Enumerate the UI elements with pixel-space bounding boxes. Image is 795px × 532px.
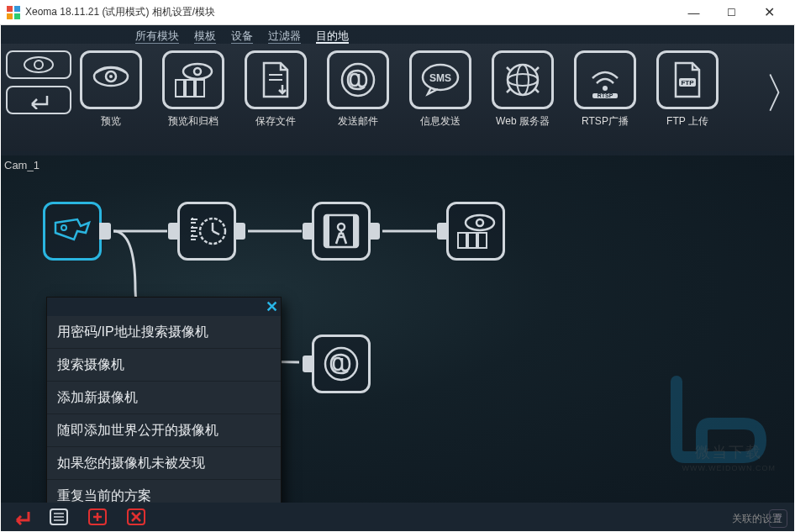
module-send-email[interactable]: 发送邮件: [327, 50, 389, 129]
port-in[interactable]: [303, 356, 314, 372]
eye-archive-icon: [172, 60, 214, 100]
menu-close-button[interactable]: ✕: [262, 298, 281, 316]
port-out[interactable]: [368, 223, 380, 240]
menu-item-not-found[interactable]: 如果您的摄像机未被发现: [47, 447, 281, 480]
menu-item-search-camera[interactable]: 搜索摄像机: [47, 349, 281, 382]
motion-icon: [319, 210, 363, 252]
port-in[interactable]: [437, 223, 449, 240]
back-arrow-icon: [22, 91, 55, 109]
svg-point-0: [24, 57, 53, 72]
svg-point-1: [34, 61, 43, 69]
tab-devices[interactable]: 设备: [231, 29, 253, 44]
rtsp-icon: RTSP: [584, 60, 626, 100]
svg-point-33: [338, 224, 345, 230]
module-ftp[interactable]: FTP FTP 上传: [656, 50, 719, 129]
schedule-icon: [186, 211, 228, 251]
node-preview-archive[interactable]: [446, 202, 505, 261]
svg-rect-31: [324, 215, 329, 247]
svg-point-18: [603, 86, 608, 91]
tab-filters[interactable]: 过滤器: [268, 29, 301, 44]
module-label: RTSP广播: [582, 114, 629, 129]
add-button[interactable]: [85, 507, 110, 527]
window-title: Xeoma 18.11.21 (试用模式) 相机设置/模块: [25, 5, 675, 19]
tab-all-modules[interactable]: 所有模块: [135, 29, 179, 44]
menu-item-add-camera[interactable]: 添加新摄像机: [47, 382, 281, 414]
port-out[interactable]: [99, 223, 111, 240]
plus-icon: [88, 508, 107, 525]
svg-text:RTSP: RTSP: [598, 92, 613, 98]
back-mode-button[interactable]: [6, 86, 71, 114]
close-button[interactable]: ✕: [750, 1, 788, 24]
list-icon: [50, 508, 68, 525]
svg-rect-9: [196, 80, 204, 97]
back-button[interactable]: [8, 507, 33, 527]
app-body: 所有模块 模板 设备 过滤器 目的地 预览 预览和归档: [1, 25, 794, 531]
node-camera[interactable]: [43, 202, 102, 261]
titlebar: Xeoma 18.11.21 (试用模式) 相机设置/模块 — ☐ ✕: [0, 0, 795, 25]
palette-side-controls: [6, 50, 71, 114]
svg-point-36: [466, 215, 494, 230]
svg-rect-39: [468, 233, 476, 248]
svg-rect-32: [353, 215, 358, 247]
email-icon: [339, 61, 377, 99]
svg-point-37: [476, 219, 483, 226]
module-category-tabs: 所有模块 模板 设备 过滤器 目的地: [1, 25, 794, 44]
tab-destinations[interactable]: 目的地: [316, 29, 349, 44]
module-label: 预览: [101, 114, 121, 129]
svg-text:SMS: SMS: [429, 72, 451, 84]
chain-canvas[interactable]: Cam_1: [1, 155, 794, 503]
ftp-icon: FTP: [669, 60, 706, 100]
minimize-button[interactable]: —: [675, 1, 713, 24]
maximize-button[interactable]: ☐: [713, 1, 750, 24]
view-mode-button[interactable]: [6, 50, 71, 79]
node-schedule[interactable]: [177, 202, 236, 261]
eye-archive-icon: [455, 211, 497, 251]
svg-point-5: [183, 64, 212, 79]
module-save-file[interactable]: 保存文件: [245, 50, 307, 129]
delete-button[interactable]: [124, 507, 149, 527]
x-icon: [127, 508, 145, 525]
watermark-logo-icon: [660, 373, 777, 466]
palette-scroll-right-button[interactable]: 〉: [777, 61, 792, 126]
watermark-text: 微当下载: [695, 442, 762, 462]
watermark-url: WWW.WEIDOWN.COM: [682, 464, 776, 472]
module-web-server[interactable]: Web 服务器: [492, 50, 554, 129]
module-rtsp[interactable]: RTSP RTSP广播: [574, 50, 636, 129]
email-icon: [322, 345, 361, 383]
menu-item-duplicate-scheme[interactable]: 重复当前的方案: [47, 480, 281, 503]
svg-rect-8: [186, 80, 194, 97]
menu-header: ✕: [47, 298, 281, 316]
module-preview[interactable]: 预览: [80, 50, 142, 129]
list-button[interactable]: [46, 507, 71, 527]
camera-label: Cam_1: [4, 159, 39, 171]
port-in[interactable]: [303, 223, 314, 240]
sms-icon: SMS: [419, 61, 461, 99]
module-label: FTP 上传: [666, 114, 708, 129]
port-out[interactable]: [234, 223, 245, 240]
module-label: 保存文件: [255, 114, 296, 129]
app-logo-icon: [7, 6, 20, 19]
module-sms[interactable]: SMS 信息发送: [409, 50, 471, 129]
svg-point-4: [109, 75, 113, 78]
svg-rect-40: [478, 233, 487, 248]
help-button[interactable]: ?: [769, 509, 787, 528]
node-email[interactable]: [312, 334, 371, 393]
tab-templates[interactable]: 模板: [194, 29, 216, 44]
svg-point-17: [517, 65, 529, 95]
menu-item-add-public-camera[interactable]: 随即添加世界公开的摄像机: [47, 414, 281, 447]
camera-icon: [52, 214, 92, 248]
module-preview-archive[interactable]: 预览和归档: [162, 50, 224, 129]
port-in[interactable]: [168, 223, 180, 240]
back-arrow-red-icon: [10, 508, 30, 525]
svg-point-26: [61, 225, 66, 230]
eye-icon: [22, 55, 55, 74]
svg-text:FTP: FTP: [681, 79, 694, 87]
svg-point-16: [508, 74, 538, 86]
node-motion-detector[interactable]: [312, 202, 371, 261]
svg-rect-7: [176, 80, 184, 97]
svg-point-6: [194, 68, 201, 75]
file-save-icon: [257, 60, 294, 100]
menu-item-search-by-ip[interactable]: 用密码/IP地址搜索摄像机: [47, 316, 281, 349]
module-label: Web 服务器: [496, 114, 550, 129]
svg-rect-38: [458, 233, 466, 248]
